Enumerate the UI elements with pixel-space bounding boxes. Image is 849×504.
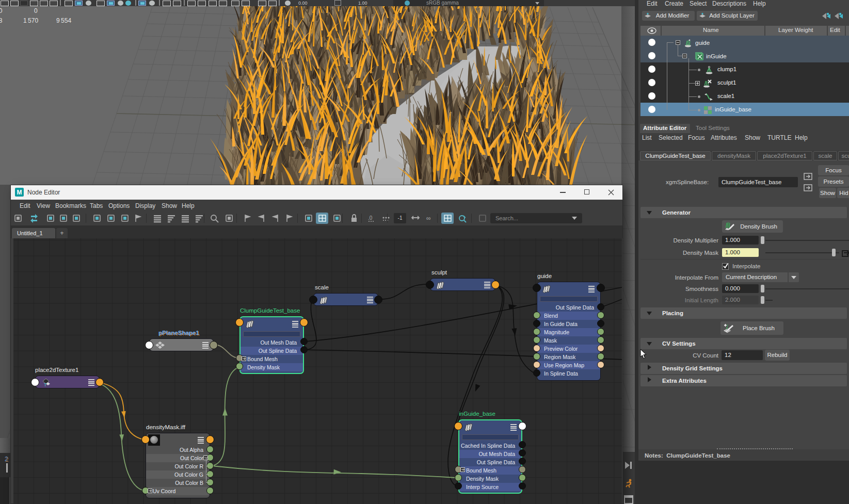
svg-text:T: T bbox=[44, 382, 47, 387]
svg-text:∞: ∞ bbox=[426, 215, 431, 222]
svg-text:M: M bbox=[17, 189, 22, 196]
svg-text:.0: .0 bbox=[368, 215, 373, 221]
